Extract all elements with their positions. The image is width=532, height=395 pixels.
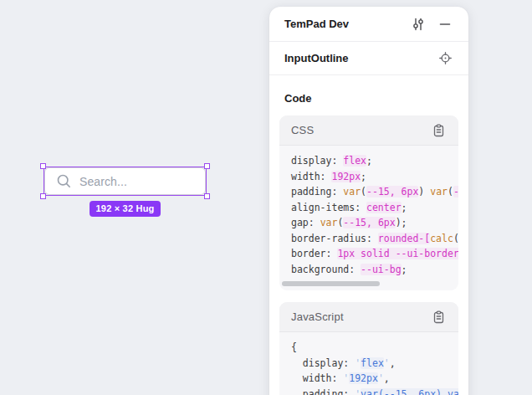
copy-css-button[interactable] — [428, 121, 448, 141]
sliders-icon — [412, 18, 425, 31]
plugin-title: TemPad Dev — [284, 18, 408, 30]
copy-clipboard-icon — [432, 124, 445, 137]
selection-handle-top-right[interactable] — [204, 163, 210, 169]
minus-icon — [439, 18, 451, 30]
plugin-panel-header: TemPad Dev — [269, 7, 468, 42]
selection-size-badge: 192 × 32 Hug — [90, 201, 161, 217]
javascript-card-header: JavaScript — [279, 302, 458, 332]
search-icon — [56, 173, 72, 189]
selection-handle-bottom-right[interactable] — [204, 193, 210, 199]
selection-handle-top-left[interactable] — [40, 163, 46, 169]
panel-body: Code CSS display: flex;width: 192px;padd — [269, 75, 468, 395]
copy-clipboard-icon — [432, 310, 445, 324]
component-name: InputOutline — [284, 52, 435, 64]
preferences-button[interactable] — [408, 14, 428, 34]
css-card-header: CSS — [279, 115, 458, 146]
locate-target-icon — [439, 52, 452, 64]
css-card-label: CSS — [291, 124, 428, 136]
selected-component-row: InputOutline — [269, 42, 468, 75]
javascript-code-card: JavaScript { display: 'flex', width: '19… — [279, 302, 458, 395]
selected-search-element[interactable]: Search... 192 × 32 Hug — [44, 167, 206, 195]
locate-component-button[interactable] — [435, 49, 455, 69]
copy-javascript-button[interactable] — [428, 307, 448, 327]
javascript-code: { display: 'flex', width: '192px', paddi… — [279, 332, 458, 395]
css-scrollbar-thumb[interactable] — [282, 281, 380, 286]
search-input[interactable]: Search... — [44, 167, 206, 195]
selection-handle-bottom-left[interactable] — [40, 193, 46, 199]
code-section-label: Code — [284, 92, 453, 105]
css-code-card: CSS display: flex;width: 192px;padding: … — [279, 115, 458, 290]
search-placeholder: Search... — [79, 175, 127, 188]
css-code: display: flex;width: 192px;padding: var(… — [279, 146, 458, 279]
javascript-card-label: JavaScript — [291, 310, 428, 323]
minimize-button[interactable] — [435, 14, 455, 34]
css-horizontal-scrollbar — [279, 279, 458, 290]
tempad-dev-plugin-panel: TemPad Dev InputOutline — [269, 7, 468, 395]
